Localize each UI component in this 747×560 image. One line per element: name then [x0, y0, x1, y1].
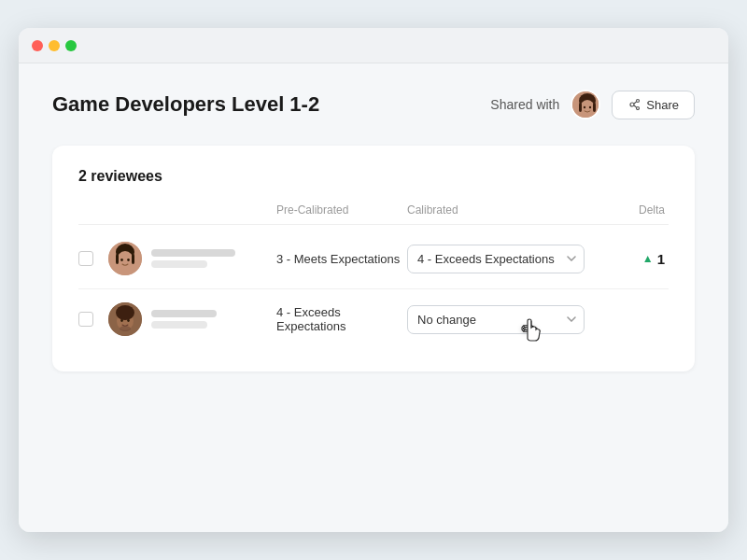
svg-line-10 — [634, 102, 637, 104]
person-1-sub-bar — [151, 260, 207, 268]
delta-arrow-1: ▲ — [642, 252, 654, 265]
svg-rect-15 — [116, 254, 119, 264]
svg-point-5 — [584, 106, 585, 109]
maximize-button[interactable] — [65, 40, 77, 51]
person-2-name-bar — [151, 310, 217, 317]
page-header: Game Developers Level 1-2 Shared with — [52, 90, 695, 119]
row-1-calibrated-select[interactable]: 1 - Does Not Meet Expectations 2 - Parti… — [407, 245, 585, 273]
close-button[interactable] — [32, 40, 43, 51]
header-right: Shared with — [490, 90, 695, 119]
svg-point-24 — [120, 326, 131, 331]
checkbox-cell-2 — [78, 312, 108, 327]
avatar-person-1 — [108, 242, 142, 275]
reviewees-count: 2 reviewees — [78, 168, 669, 185]
svg-point-17 — [120, 259, 123, 261]
svg-line-11 — [634, 105, 637, 107]
row-1-pre-calibrated: 3 - Meets Expectations — [276, 252, 407, 266]
reviewees-card: 2 reviewees Pre-Calibrated Calibrated De… — [52, 146, 695, 371]
col-header-delta: Delta — [594, 203, 669, 217]
person-2-info — [151, 310, 217, 329]
svg-point-2 — [580, 100, 595, 117]
table-row: 3 - Meets Expectations 1 - Does Not Meet… — [78, 229, 669, 289]
share-button-label: Share — [646, 98, 679, 112]
delta-cell-1: ▲ 1 — [594, 251, 669, 267]
svg-rect-4 — [593, 103, 596, 112]
person-cell-2 — [108, 302, 276, 336]
col-header-pre-calibrated: Pre-Calibrated — [276, 203, 407, 217]
calibrated-cell-2: 1 - Does Not Meet Expectations 2 - Parti… — [407, 305, 594, 334]
traffic-lights — [32, 40, 77, 51]
row-2-pre-calibrated: 4 - Exceeds Expectations — [276, 305, 407, 333]
svg-point-9 — [637, 107, 640, 110]
avatar-person-2 — [108, 302, 142, 336]
page-title: Game Developers Level 1-2 — [52, 92, 319, 117]
person-2-sub-bar — [151, 321, 207, 329]
svg-point-21 — [116, 305, 134, 320]
col-header-calibrated: Calibrated — [407, 203, 594, 217]
row-2-checkbox[interactable] — [78, 312, 93, 327]
shared-with-label: Shared with — [490, 97, 559, 112]
svg-rect-16 — [132, 254, 134, 264]
svg-point-22 — [120, 319, 123, 322]
svg-point-6 — [589, 106, 591, 109]
svg-point-23 — [127, 319, 130, 322]
main-content: Game Developers Level 1-2 Shared with — [19, 63, 728, 532]
svg-point-8 — [637, 100, 640, 103]
svg-point-14 — [117, 251, 134, 270]
svg-point-18 — [127, 259, 130, 261]
delta-value-1: 1 — [657, 251, 665, 267]
table-row-2: 4 - Exceeds Expectations 1 - Does Not Me… — [78, 289, 669, 349]
calibrated-cell-1: 1 - Does Not Meet Expectations 2 - Parti… — [407, 245, 594, 273]
row-1-checkbox[interactable] — [78, 251, 93, 266]
app-window: Game Developers Level 1-2 Shared with — [19, 28, 728, 532]
person-1-info — [151, 249, 235, 268]
person-1-name-bar — [151, 249, 235, 257]
row-2-calibrated-select[interactable]: 1 - Does Not Meet Expectations 2 - Parti… — [407, 305, 585, 334]
avatar-group — [571, 90, 600, 119]
minimize-button[interactable] — [49, 40, 60, 51]
titlebar — [19, 28, 728, 63]
svg-point-7 — [630, 103, 634, 106]
svg-rect-3 — [579, 103, 582, 112]
person-cell-1 — [108, 242, 276, 275]
table-header: Pre-Calibrated Calibrated Delta — [78, 203, 669, 225]
share-icon — [627, 98, 641, 111]
share-button[interactable]: Share — [612, 91, 695, 119]
avatar — [571, 90, 600, 119]
checkbox-cell-1 — [78, 251, 108, 266]
